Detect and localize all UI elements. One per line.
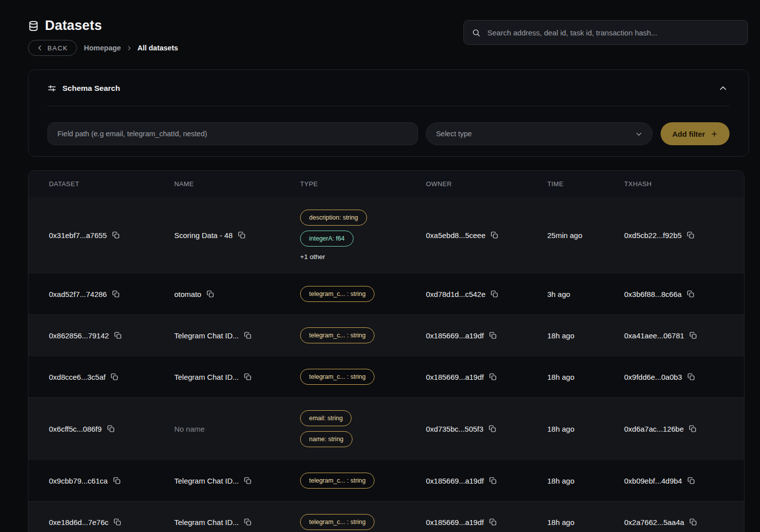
type-chip: telegram_c... : string bbox=[300, 369, 375, 385]
copy-icon[interactable] bbox=[244, 518, 252, 526]
type-chip: telegram_c... : string bbox=[300, 514, 375, 530]
table-row: 0x862856...79142Telegram Chat ID...teleg… bbox=[28, 314, 744, 356]
copy-icon[interactable] bbox=[689, 425, 697, 433]
dataset-id: 0x9cbb79...c61ca bbox=[49, 477, 108, 485]
copy-icon[interactable] bbox=[107, 425, 115, 433]
title-block: Datasets BACK Homepage All datasets bbox=[28, 18, 178, 56]
txhash: 0xa41aee...06781 bbox=[624, 331, 684, 340]
sliders-icon bbox=[47, 84, 56, 93]
txhash: 0x2a7662...5aa4a bbox=[624, 518, 684, 527]
table-header: DATASET NAME TYPE OWNER TIME TXHASH bbox=[28, 171, 744, 197]
search-icon bbox=[472, 28, 480, 37]
copy-icon[interactable] bbox=[489, 518, 497, 526]
owner-address: 0x185669...a19df bbox=[426, 518, 484, 527]
table-row: 0xd8cce6...3c5afTelegram Chat ID...teleg… bbox=[28, 356, 744, 397]
dataset-name: No name bbox=[174, 425, 205, 433]
dataset-id: 0x6cff5c...086f9 bbox=[49, 425, 102, 433]
top-bar: Datasets BACK Homepage All datasets bbox=[0, 0, 760, 56]
plus-icon bbox=[711, 130, 718, 138]
copy-icon[interactable] bbox=[489, 373, 497, 381]
owner-address: 0x185669...a19df bbox=[426, 331, 484, 340]
breadcrumb-homepage[interactable]: Homepage bbox=[84, 44, 121, 52]
copy-icon[interactable] bbox=[489, 331, 497, 339]
owner-address: 0x185669...a19df bbox=[426, 373, 484, 381]
owner-address: 0xd735bc...505f3 bbox=[426, 425, 483, 433]
type-chip: telegram_c... : string bbox=[300, 473, 375, 489]
table-row: 0x9cbb79...c61caTelegram Chat ID...teleg… bbox=[28, 460, 744, 501]
copy-icon[interactable] bbox=[206, 290, 214, 298]
table-body: 0x31ebf7...a7655Scoring Data - 48descrip… bbox=[28, 197, 744, 532]
type-extra-count: +1 other bbox=[300, 253, 325, 261]
copy-icon[interactable] bbox=[489, 477, 497, 485]
back-button[interactable]: BACK bbox=[28, 40, 77, 56]
chevron-down-icon bbox=[635, 130, 643, 138]
datasets-table: DATASET NAME TYPE OWNER TIME TXHASH 0x31… bbox=[28, 170, 745, 532]
copy-icon[interactable] bbox=[687, 373, 695, 381]
chevron-left-icon bbox=[37, 45, 43, 51]
txhash: 0x9fdd6e...0a0b3 bbox=[624, 373, 682, 381]
field-path-input[interactable] bbox=[47, 122, 418, 145]
breadcrumb: Homepage All datasets bbox=[84, 44, 178, 52]
chevron-right-icon bbox=[126, 45, 132, 51]
txhash: 0xb09ebf...4d9b4 bbox=[624, 477, 682, 485]
column-header-type: TYPE bbox=[300, 180, 426, 188]
copy-icon[interactable] bbox=[113, 518, 121, 526]
dataset-id: 0x31ebf7...a7655 bbox=[49, 231, 107, 240]
type-chip: integerA: f64 bbox=[300, 231, 354, 247]
copy-icon[interactable] bbox=[238, 231, 246, 239]
breadcrumb-current: All datasets bbox=[137, 44, 178, 52]
txhash: 0xd5cb22...f92b5 bbox=[624, 231, 682, 240]
search-input[interactable] bbox=[486, 28, 740, 37]
copy-icon[interactable] bbox=[113, 477, 121, 485]
copy-icon[interactable] bbox=[244, 477, 252, 485]
dataset-name: Telegram Chat ID... bbox=[174, 477, 239, 485]
schema-search-panel: Schema Search Select type Add filter bbox=[28, 69, 749, 157]
time-ago: 3h ago bbox=[547, 290, 570, 298]
dataset-name: Telegram Chat ID... bbox=[174, 518, 239, 527]
table-row: 0xad52f7...74286otomatotelegram_c... : s… bbox=[28, 273, 744, 314]
table-row: 0xe18d6d...7e76cTelegram Chat ID...teleg… bbox=[28, 501, 744, 532]
page-title: Datasets bbox=[45, 18, 102, 33]
database-icon bbox=[28, 20, 39, 31]
copy-icon[interactable] bbox=[244, 373, 252, 381]
copy-icon[interactable] bbox=[112, 290, 120, 298]
add-filter-button[interactable]: Add filter bbox=[661, 122, 730, 145]
type-chip: email: string bbox=[300, 410, 352, 426]
dataset-id: 0xad52f7...74286 bbox=[49, 290, 107, 298]
copy-icon[interactable] bbox=[687, 231, 695, 239]
dataset-name: Telegram Chat ID... bbox=[174, 373, 239, 381]
copy-icon[interactable] bbox=[112, 231, 120, 239]
add-filter-label: Add filter bbox=[672, 130, 705, 138]
copy-icon[interactable] bbox=[114, 331, 122, 339]
copy-icon[interactable] bbox=[490, 231, 498, 239]
owner-address: 0x185669...a19df bbox=[426, 477, 484, 485]
table-row: 0x6cff5c...086f9No nameemail: stringname… bbox=[28, 397, 744, 460]
copy-icon[interactable] bbox=[689, 331, 697, 339]
type-chip: telegram_c... : string bbox=[300, 327, 375, 343]
chevron-up-icon bbox=[719, 84, 728, 93]
global-search[interactable] bbox=[463, 20, 748, 45]
collapse-panel-button[interactable] bbox=[717, 82, 730, 95]
type-chip: description: string bbox=[300, 210, 367, 226]
type-chip: name: string bbox=[300, 431, 353, 447]
copy-icon[interactable] bbox=[490, 290, 498, 298]
dataset-id: 0x862856...79142 bbox=[49, 331, 109, 340]
time-ago: 18h ago bbox=[547, 373, 574, 381]
copy-icon[interactable] bbox=[687, 477, 695, 485]
copy-icon[interactable] bbox=[110, 373, 118, 381]
type-chip: telegram_c... : string bbox=[300, 286, 375, 302]
copy-icon[interactable] bbox=[687, 290, 695, 298]
type-select[interactable]: Select type bbox=[426, 122, 653, 145]
copy-icon[interactable] bbox=[488, 425, 496, 433]
owner-address: 0xa5ebd8...5ceee bbox=[426, 231, 485, 240]
owner-address: 0xd78d1d...c542e bbox=[426, 290, 485, 298]
copy-icon[interactable] bbox=[244, 331, 252, 339]
time-ago: 18h ago bbox=[547, 425, 574, 433]
dataset-name: Scoring Data - 48 bbox=[174, 231, 233, 240]
copy-icon[interactable] bbox=[689, 518, 697, 526]
time-ago: 18h ago bbox=[547, 477, 574, 485]
time-ago: 18h ago bbox=[547, 518, 574, 527]
dataset-id: 0xe18d6d...7e76c bbox=[49, 518, 108, 527]
table-row: 0x31ebf7...a7655Scoring Data - 48descrip… bbox=[28, 197, 744, 273]
dataset-name: Telegram Chat ID... bbox=[174, 331, 239, 340]
